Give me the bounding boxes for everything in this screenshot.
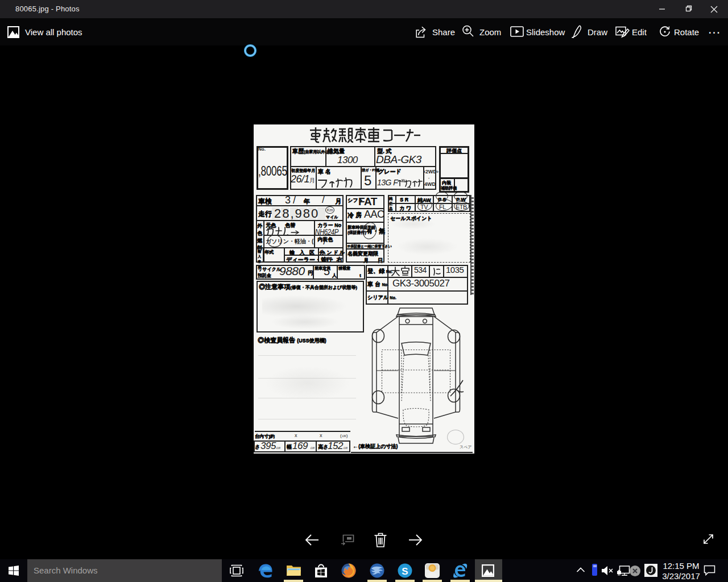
svg-text:S: S — [402, 566, 408, 577]
